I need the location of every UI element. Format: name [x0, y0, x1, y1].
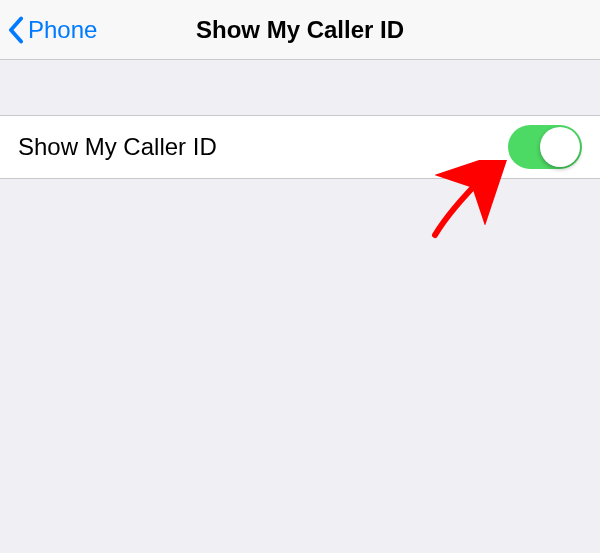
toggle-knob: [540, 127, 580, 167]
chevron-left-icon: [8, 16, 24, 44]
caller-id-row: Show My Caller ID: [0, 115, 600, 179]
back-button[interactable]: Phone: [0, 16, 97, 44]
caller-id-label: Show My Caller ID: [18, 133, 217, 161]
section-spacer: [0, 60, 600, 115]
navigation-bar: Phone Show My Caller ID: [0, 0, 600, 60]
caller-id-toggle[interactable]: [508, 125, 582, 169]
back-button-label: Phone: [28, 16, 97, 44]
